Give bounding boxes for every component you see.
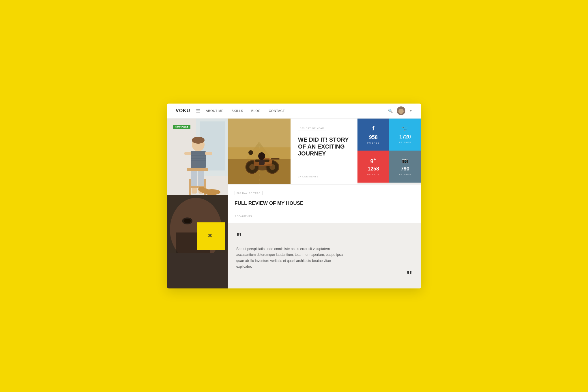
left-collage: NEW POST bbox=[167, 119, 228, 288]
svg-rect-9 bbox=[191, 160, 206, 161]
facebook-icon: f bbox=[372, 125, 374, 132]
motorcycle-image bbox=[228, 119, 291, 184]
svg-rect-12 bbox=[191, 168, 197, 188]
twitter-label: FRIENDS bbox=[399, 141, 411, 144]
moto-svg bbox=[228, 119, 291, 184]
social-googleplus[interactable]: g⁺ 1258 FRIENDS bbox=[357, 151, 389, 183]
svg-rect-10 bbox=[184, 152, 191, 155]
svg-rect-7 bbox=[191, 155, 206, 156]
nav-link-skills[interactable]: SKILLS bbox=[232, 109, 243, 112]
nav-links: ABOUT ME SKILLS BLOG CONTACT bbox=[206, 109, 388, 112]
first-post-title[interactable]: WE DID IT! STORY OF AN EXCITING JOURNEY bbox=[298, 136, 350, 157]
search-icon[interactable]: 🔍 bbox=[388, 109, 393, 113]
svg-rect-11 bbox=[205, 152, 212, 155]
instagram-label: FRIENDS bbox=[399, 173, 411, 176]
hamburger-icon[interactable]: ☰ bbox=[196, 108, 200, 114]
first-post-detail: 189 DAY OF YEAR WE DID IT! STORY OF AN E… bbox=[291, 119, 357, 184]
svg-rect-42 bbox=[271, 158, 280, 160]
person-photo: NEW POST bbox=[167, 119, 228, 195]
bottom-photo: ✕ bbox=[167, 195, 228, 288]
social-instagram[interactable]: 📷 790 FRIENDS bbox=[389, 151, 421, 183]
nav-link-blog[interactable]: BLOG bbox=[251, 109, 261, 112]
first-post-comments[interactable]: 27 COMMENTS bbox=[298, 175, 350, 178]
googleplus-icon: g⁺ bbox=[370, 157, 377, 164]
facebook-label: FRIENDS bbox=[367, 142, 379, 144]
svg-rect-18 bbox=[192, 188, 197, 194]
instagram-count: 790 bbox=[401, 166, 409, 172]
svg-rect-6 bbox=[191, 153, 206, 153]
first-post-top: 189 DAY OF YEAR WE DID IT! STORY OF AN E… bbox=[298, 125, 350, 157]
second-post-comments[interactable]: 2 COMMENTS bbox=[235, 215, 351, 218]
first-post-day-label: 189 DAY OF YEAR bbox=[298, 126, 326, 130]
person-svg bbox=[167, 119, 228, 195]
quote-open: " bbox=[236, 231, 412, 243]
svg-rect-17 bbox=[187, 168, 208, 171]
facebook-count: 958 bbox=[369, 134, 378, 140]
second-post-day-label: 289 DAY OF YEAR bbox=[235, 191, 263, 195]
second-post-spacer bbox=[358, 185, 421, 223]
top-row: 189 DAY OF YEAR WE DID IT! STORY OF AN E… bbox=[228, 119, 421, 184]
svg-point-46 bbox=[258, 152, 265, 160]
nav-link-about[interactable]: ABOUT ME bbox=[206, 109, 223, 112]
second-post-title[interactable]: FULL REVIEW OF MY HOUSE bbox=[235, 200, 351, 206]
nav-link-contact[interactable]: CONTACT bbox=[269, 109, 285, 112]
testimonial-section: " Sed ut perspiciatis unde omnis iste na… bbox=[228, 223, 421, 288]
new-post-badge: NEW POST bbox=[173, 125, 190, 129]
instagram-icon: 📷 bbox=[402, 157, 408, 164]
site-logo[interactable]: VOKU bbox=[176, 108, 190, 113]
googleplus-count: 1258 bbox=[368, 166, 379, 172]
svg-text:✕: ✕ bbox=[207, 232, 212, 239]
second-post-row: 289 DAY OF YEAR FULL REVIEW OF MY HOUSE … bbox=[228, 184, 421, 223]
right-area: 189 DAY OF YEAR WE DID IT! STORY OF AN E… bbox=[228, 119, 421, 288]
svg-point-22 bbox=[198, 187, 205, 192]
svg-point-47 bbox=[248, 150, 253, 155]
svg-point-4 bbox=[192, 137, 205, 144]
face-svg: ✕ bbox=[167, 195, 228, 253]
social-twitter[interactable]: 🐦 1720 FRIENDS bbox=[389, 119, 421, 151]
second-post-content: 289 DAY OF YEAR FULL REVIEW OF MY HOUSE … bbox=[228, 185, 358, 223]
twitter-icon: 🐦 bbox=[402, 125, 408, 132]
svg-rect-13 bbox=[198, 168, 204, 188]
navbar: VOKU ☰ ABOUT ME SKILLS BLOG CONTACT 🔍 ▼ bbox=[167, 104, 421, 119]
avatar-head bbox=[398, 109, 404, 114]
quote-text: Sed ut perspiciatis unde omnis iste natu… bbox=[236, 246, 346, 270]
navbar-right: 🔍 ▼ bbox=[388, 106, 412, 115]
svg-point-26 bbox=[184, 219, 191, 223]
googleplus-label: FRIENDS bbox=[367, 173, 379, 176]
social-grid: f 958 FRIENDS 🐦 1720 FRIENDS g⁺ 1258 bbox=[357, 119, 421, 183]
twitter-count: 1720 bbox=[399, 134, 411, 140]
svg-rect-8 bbox=[191, 158, 206, 159]
social-facebook[interactable]: f 958 FRIENDS bbox=[357, 119, 389, 151]
avatar[interactable] bbox=[397, 106, 405, 115]
quote-close: " bbox=[236, 271, 412, 280]
browser-window: VOKU ☰ ABOUT ME SKILLS BLOG CONTACT 🔍 ▼ … bbox=[167, 104, 421, 288]
svg-rect-45 bbox=[259, 160, 265, 165]
chevron-down-icon[interactable]: ▼ bbox=[409, 109, 412, 112]
main-content: NEW POST bbox=[167, 119, 421, 288]
